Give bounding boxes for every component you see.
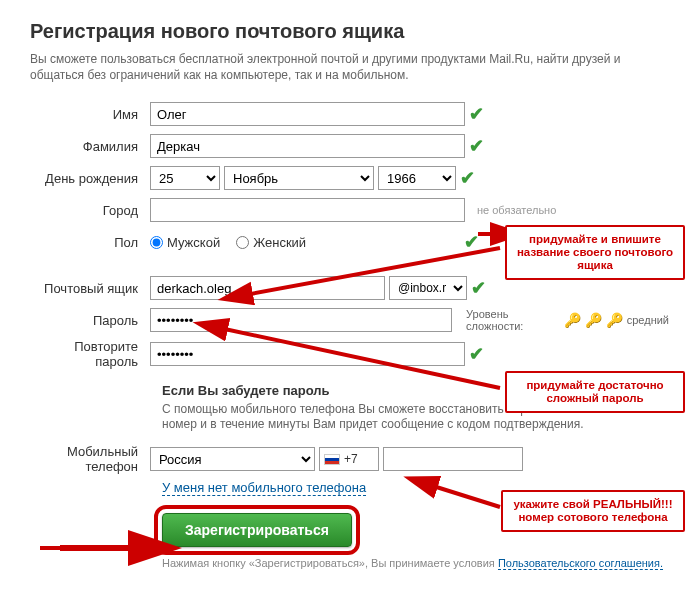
birthday-year-select[interactable]: 1966 [378, 166, 456, 190]
flag-icon [324, 454, 340, 465]
terms-link[interactable]: Пользовательского соглашения. [498, 557, 663, 570]
phone-input[interactable] [383, 447, 523, 471]
terms-text: Нажимая кнопку «Зарегистрироваться», Вы … [162, 557, 669, 569]
password-input[interactable] [150, 308, 452, 332]
optional-label: не обязательно [469, 204, 556, 216]
page-title: Регистрация нового почтового ящика [30, 20, 669, 43]
check-icon: ✔ [469, 343, 484, 365]
key-icon: 🔑 [606, 312, 623, 328]
label-repeat-password: Повторите пароль [30, 339, 150, 369]
annotation-mailbox: придумайте и впишите название своего поч… [505, 225, 685, 280]
name-input[interactable] [150, 102, 465, 126]
surname-input[interactable] [150, 134, 465, 158]
repeat-password-input[interactable] [150, 342, 465, 366]
country-select[interactable]: Россия [150, 447, 315, 471]
domain-select[interactable]: @inbox.ru [389, 276, 467, 300]
check-icon: ✔ [471, 277, 486, 299]
label-password: Пароль [30, 313, 150, 328]
key-icon: 🔑 [564, 312, 581, 328]
birthday-day-select[interactable]: 25 [150, 166, 220, 190]
label-mailbox: Почтовый ящик [30, 281, 150, 296]
label-gender: Пол [30, 235, 150, 250]
gender-male-option[interactable]: Мужской [150, 235, 220, 250]
label-surname: Фамилия [30, 139, 150, 154]
check-icon: ✔ [469, 135, 484, 157]
label-mobile: Мобильный телефон [30, 444, 150, 474]
page-subtitle: Вы сможете пользоваться бесплатной элект… [30, 51, 669, 83]
password-complexity: Уровень сложности: 🔑 🔑 🔑 средний [466, 308, 669, 332]
annotation-password: придумайте достаточно сложный пароль [505, 371, 685, 413]
gender-female-option[interactable]: Женский [236, 235, 306, 250]
check-icon: ✔ [464, 231, 479, 253]
key-icon: 🔑 [585, 312, 602, 328]
mailbox-input[interactable] [150, 276, 385, 300]
register-button[interactable]: Зарегистрироваться [162, 513, 352, 547]
gender-female-radio[interactable] [236, 236, 249, 249]
annotation-phone: укажите свой РЕАЛЬНЫЙ!!! номер сотового … [501, 490, 685, 532]
gender-male-radio[interactable] [150, 236, 163, 249]
label-name: Имя [30, 107, 150, 122]
check-icon: ✔ [460, 167, 475, 189]
label-city: Город [30, 203, 150, 218]
check-icon: ✔ [469, 103, 484, 125]
no-phone-link[interactable]: У меня нет мобильного телефона [162, 480, 366, 496]
city-input[interactable] [150, 198, 465, 222]
label-birthday: День рождения [30, 171, 150, 186]
phone-code-display: +7 [319, 447, 379, 471]
birthday-month-select[interactable]: Ноябрь [224, 166, 374, 190]
